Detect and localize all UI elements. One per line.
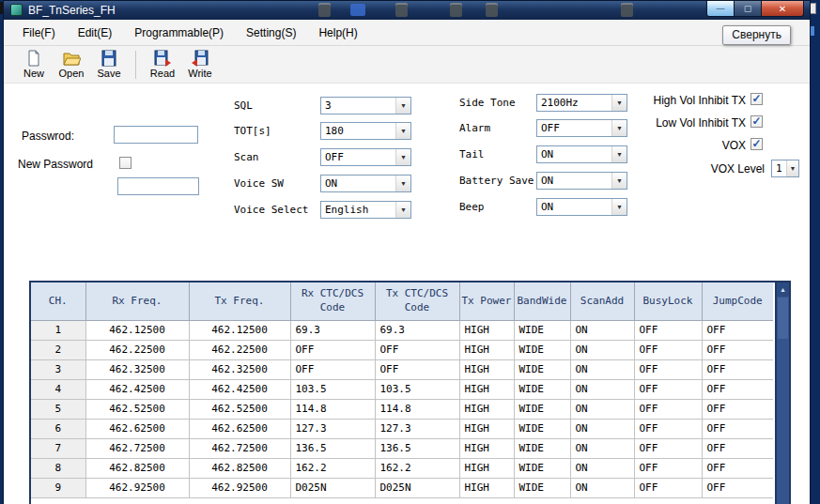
table-cell[interactable]: OFF	[375, 359, 459, 379]
table-cell[interactable]: 127.3	[375, 419, 459, 438]
table-cell[interactable]: OFF	[702, 458, 773, 478]
table-cell[interactable]: 162.2	[290, 458, 375, 478]
table-cell[interactable]: OFF	[702, 359, 773, 379]
table-cell[interactable]: ON	[570, 478, 634, 497]
table-cell[interactable]: OFF	[634, 438, 702, 458]
table-cell[interactable]: 462.22500	[189, 340, 290, 359]
table-cell[interactable]: OFF	[290, 340, 375, 359]
table-cell[interactable]: WIDE	[514, 399, 570, 419]
table-cell[interactable]: OFF	[634, 359, 702, 379]
table-cell[interactable]: 7	[31, 438, 85, 458]
table-cell[interactable]: OFF	[702, 419, 773, 438]
table-cell[interactable]: WIDE	[514, 458, 570, 478]
table-cell[interactable]: D025N	[375, 478, 459, 497]
table-cell[interactable]: 462.52500	[189, 399, 290, 419]
table-cell[interactable]: OFF	[634, 320, 702, 340]
menu-setting[interactable]: Setting(S)	[235, 20, 307, 46]
table-cell[interactable]: OFF	[702, 478, 773, 497]
table-cell[interactable]: OFF	[290, 359, 375, 379]
password-input[interactable]	[114, 126, 198, 144]
vox-level-select[interactable]: 1 ▼	[771, 160, 799, 177]
table-cell[interactable]: 6	[31, 419, 85, 438]
table-cell[interactable]: OFF	[634, 419, 702, 438]
table-cell[interactable]: HIGH	[459, 419, 514, 438]
table-cell[interactable]: WIDE	[514, 359, 570, 379]
table-cell[interactable]: ON	[570, 379, 634, 399]
table-cell[interactable]: 103.5	[290, 379, 375, 399]
table-cell[interactable]: D025N	[290, 478, 375, 497]
table-cell[interactable]: 462.42500	[85, 379, 189, 399]
scroll-up-button[interactable]: ▲	[777, 283, 789, 297]
table-cell[interactable]: 462.32500	[189, 359, 290, 379]
table-cell[interactable]: 462.92500	[189, 478, 290, 497]
table-cell[interactable]: 5	[31, 399, 85, 419]
table-scrollbar[interactable]: ▲ ▼	[775, 283, 789, 504]
table-cell[interactable]: 127.3	[290, 419, 375, 438]
side-tone-select[interactable]: 2100Hz ▼	[536, 94, 627, 112]
new-button[interactable]: New	[15, 47, 53, 82]
high-vol-inhibit-checkbox[interactable]: ✓	[750, 93, 763, 105]
table-cell[interactable]: WIDE	[514, 320, 570, 340]
table-cell[interactable]: HIGH	[459, 340, 514, 359]
table-cell[interactable]: 3	[31, 359, 85, 379]
low-vol-inhibit-checkbox[interactable]: ✓	[750, 115, 763, 128]
table-cell[interactable]: 462.12500	[85, 320, 189, 340]
menu-file[interactable]: File(F)	[11, 20, 67, 46]
table-cell[interactable]: HIGH	[459, 478, 514, 497]
table-cell[interactable]: HIGH	[459, 399, 514, 419]
tot-select[interactable]: 180 ▼	[320, 122, 411, 140]
table-cell[interactable]: 462.52500	[85, 399, 189, 419]
table-cell[interactable]: OFF	[702, 379, 773, 399]
table-cell[interactable]: OFF	[702, 438, 773, 458]
table-cell[interactable]: 462.82500	[85, 458, 189, 478]
app-icon[interactable]	[10, 4, 23, 16]
table-cell[interactable]: 462.72500	[189, 438, 290, 458]
table-cell[interactable]: HIGH	[459, 458, 514, 478]
table-cell[interactable]: 462.12500	[189, 320, 290, 340]
table-cell[interactable]: 462.32500	[85, 359, 189, 379]
table-cell[interactable]: 462.92500	[85, 478, 189, 497]
table-cell[interactable]: 114.8	[375, 399, 459, 419]
table-cell[interactable]: 8	[31, 458, 85, 478]
menu-help[interactable]: Help(H)	[307, 20, 368, 46]
table-cell[interactable]: OFF	[634, 379, 702, 399]
minimize-button[interactable]: —	[706, 1, 735, 17]
table-cell[interactable]: WIDE	[514, 340, 570, 359]
table-cell[interactable]: HIGH	[459, 359, 514, 379]
table-cell[interactable]: HIGH	[459, 379, 514, 399]
table-cell[interactable]: OFF	[702, 320, 773, 340]
table-cell[interactable]: OFF	[702, 399, 773, 419]
table-cell[interactable]: 4	[31, 379, 85, 399]
voice-select-select[interactable]: English ▼	[320, 201, 411, 219]
table-cell[interactable]: ON	[570, 340, 634, 359]
table-cell[interactable]: OFF	[634, 340, 702, 359]
table-cell[interactable]: WIDE	[514, 478, 570, 497]
table-cell[interactable]: 1	[31, 320, 85, 340]
battery-save-select[interactable]: ON ▼	[536, 172, 627, 190]
menu-programmable[interactable]: Programmable(P)	[123, 20, 235, 46]
table-cell[interactable]: OFF	[634, 478, 702, 497]
read-button[interactable]: Read	[144, 47, 181, 82]
scan-select[interactable]: OFF ▼	[320, 148, 411, 166]
table-cell[interactable]: ON	[570, 438, 634, 458]
save-button[interactable]: Save	[90, 47, 128, 82]
table-cell[interactable]: OFF	[375, 340, 459, 359]
table-cell[interactable]: WIDE	[514, 419, 570, 438]
table-cell[interactable]: ON	[570, 320, 634, 340]
titlebar[interactable]: BF_TnSeries_FH — ▢ ✕	[4, 1, 810, 20]
table-cell[interactable]: 2	[31, 340, 85, 359]
beep-select[interactable]: ON ▼	[536, 198, 627, 216]
table-cell[interactable]: 136.5	[290, 438, 375, 458]
new-password-input[interactable]	[117, 177, 199, 195]
table-cell[interactable]: 114.8	[290, 399, 375, 419]
maximize-button[interactable]: ▢	[735, 1, 761, 17]
table-cell[interactable]: OFF	[634, 458, 702, 478]
table-cell[interactable]: ON	[570, 458, 634, 478]
alarm-select[interactable]: OFF ▼	[536, 119, 627, 137]
table-cell[interactable]: 9	[31, 478, 85, 497]
scroll-track[interactable]	[777, 340, 789, 504]
tail-select[interactable]: ON ▼	[536, 145, 627, 163]
sql-select[interactable]: 3 ▼	[320, 97, 411, 115]
table-cell[interactable]: ON	[570, 399, 634, 419]
menu-edit[interactable]: Edit(E)	[67, 20, 124, 46]
